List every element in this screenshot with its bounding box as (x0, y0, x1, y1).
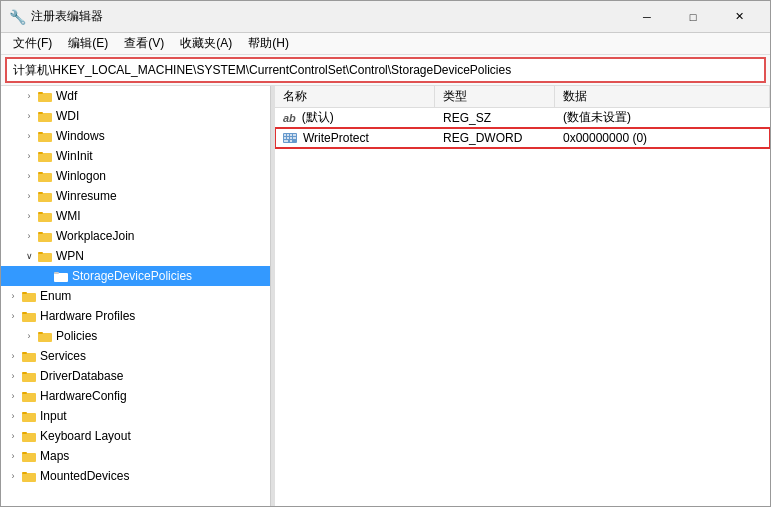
svg-rect-45 (293, 134, 296, 136)
expand-winlogon[interactable]: › (21, 168, 37, 184)
tree-item-winresume[interactable]: › Winresume (1, 186, 270, 206)
tree-label-wininit: WinInit (56, 149, 93, 163)
expand-driverdatabase[interactable]: › (5, 368, 21, 384)
reg-row-writeprotect[interactable]: WriteProtect REG_DWORD 0x00000000 (0) (275, 128, 770, 148)
right-panel: 名称 类型 数据 ab (默认) REG_SZ (数值未设置) (275, 86, 770, 506)
svg-rect-51 (290, 140, 292, 142)
expand-enum[interactable]: › (5, 288, 21, 304)
tree-label-wdi: WDI (56, 109, 79, 123)
tree-item-wmi[interactable]: › WMI (1, 206, 270, 226)
svg-rect-46 (284, 137, 286, 139)
svg-rect-38 (22, 452, 27, 454)
tree-item-wpn[interactable]: ∨ WPN (1, 246, 270, 266)
reg-name-label-default: (默认) (302, 109, 334, 126)
app-icon: 🔧 (9, 9, 25, 25)
tree-label-mounteddevices: MountedDevices (40, 469, 129, 483)
svg-rect-3 (38, 113, 52, 122)
svg-rect-27 (22, 353, 36, 362)
expand-windows[interactable]: › (21, 128, 37, 144)
svg-rect-40 (22, 472, 27, 474)
column-headers: 名称 类型 数据 (275, 86, 770, 108)
tree-label-keyboard-layout: Keyboard Layout (40, 429, 131, 443)
tree-item-hardware-profiles[interactable]: › Hardware Profiles (1, 306, 270, 326)
title-bar-left: 🔧 注册表编辑器 (9, 8, 103, 25)
menu-file[interactable]: 文件(F) (5, 33, 60, 54)
folder-icon (21, 389, 37, 403)
tree-label-storagedevicepolicies: StorageDevicePolicies (72, 269, 192, 283)
tree-item-maps[interactable]: › Maps (1, 446, 270, 466)
svg-rect-39 (22, 473, 36, 482)
tree-item-storagedevicepolicies[interactable]: StorageDevicePolicies (1, 266, 270, 286)
svg-rect-26 (38, 332, 43, 334)
expand-input[interactable]: › (5, 408, 21, 424)
menu-favorites[interactable]: 收藏夹(A) (172, 33, 240, 54)
tree-item-wdf[interactable]: › Wdf (1, 86, 270, 106)
address-path: 计算机\HKEY_LOCAL_MACHINE\SYSTEM\CurrentCon… (13, 62, 758, 79)
expand-winresume[interactable]: › (21, 188, 37, 204)
tree-item-mounteddevices[interactable]: › MountedDevices (1, 466, 270, 486)
tree-label-driverdatabase: DriverDatabase (40, 369, 123, 383)
tree-item-driverdatabase[interactable]: › DriverDatabase (1, 366, 270, 386)
tree-item-hardwareconfig[interactable]: › HardwareConfig (1, 386, 270, 406)
folder-icon (21, 469, 37, 483)
folder-icon (37, 89, 53, 103)
maximize-button[interactable]: □ (670, 1, 716, 33)
svg-rect-2 (38, 92, 43, 94)
tree-item-input[interactable]: › Input (1, 406, 270, 426)
svg-rect-8 (38, 152, 43, 154)
menu-edit[interactable]: 编辑(E) (60, 33, 116, 54)
folder-icon (37, 129, 53, 143)
expand-wininit[interactable]: › (21, 148, 37, 164)
tree-item-policies[interactable]: › Policies (1, 326, 270, 346)
tree-label-input: Input (40, 409, 67, 423)
registry-entries[interactable]: ab (默认) REG_SZ (数值未设置) (275, 108, 770, 506)
tree-panel[interactable]: › Wdf › WDI › Windows (1, 86, 271, 506)
folder-icon (37, 209, 53, 223)
col-header-data: 数据 (555, 86, 770, 107)
folder-icon (21, 369, 37, 383)
tree-item-workplacejoin[interactable]: › WorkplaceJoin (1, 226, 270, 246)
folder-icon (21, 289, 37, 303)
expand-services[interactable]: › (5, 348, 21, 364)
expand-sdp[interactable] (37, 268, 53, 284)
folder-icon (21, 349, 37, 363)
tree-item-winlogon[interactable]: › Winlogon (1, 166, 270, 186)
expand-mounteddevices[interactable]: › (5, 468, 21, 484)
svg-rect-48 (290, 137, 292, 139)
menu-help[interactable]: 帮助(H) (240, 33, 297, 54)
tree-item-windows[interactable]: › Windows (1, 126, 270, 146)
expand-wmi[interactable]: › (21, 208, 37, 224)
reg-type-writeprotect: REG_DWORD (435, 129, 555, 147)
address-bar[interactable]: 计算机\HKEY_LOCAL_MACHINE\SYSTEM\CurrentCon… (5, 57, 766, 83)
reg-row-default[interactable]: ab (默认) REG_SZ (数值未设置) (275, 108, 770, 128)
menu-view[interactable]: 查看(V) (116, 33, 172, 54)
tree-item-wininit[interactable]: › WinInit (1, 146, 270, 166)
svg-rect-29 (22, 373, 36, 382)
tree-item-enum[interactable]: › Enum (1, 286, 270, 306)
expand-maps[interactable]: › (5, 448, 21, 464)
expand-hardware-profiles[interactable]: › (5, 308, 21, 324)
expand-keyboard-layout[interactable]: › (5, 428, 21, 444)
expand-workplacejoin[interactable]: › (21, 228, 37, 244)
tree-label-windows: Windows (56, 129, 105, 143)
svg-rect-12 (38, 192, 43, 194)
svg-rect-11 (38, 193, 52, 202)
svg-rect-24 (22, 312, 27, 314)
expand-hardwareconfig[interactable]: › (5, 388, 21, 404)
close-button[interactable]: ✕ (716, 1, 762, 33)
expand-policies[interactable]: › (21, 328, 37, 344)
tree-label-maps: Maps (40, 449, 69, 463)
svg-rect-34 (22, 412, 27, 414)
expand-wdi[interactable]: › (21, 108, 37, 124)
expand-wpn[interactable]: ∨ (21, 248, 37, 264)
svg-rect-20 (54, 272, 59, 274)
expand-wdf[interactable]: › (21, 88, 37, 104)
minimize-button[interactable]: ─ (624, 1, 670, 33)
tree-item-wdi[interactable]: › WDI (1, 106, 270, 126)
svg-rect-28 (22, 352, 27, 354)
svg-rect-36 (22, 432, 27, 434)
tree-item-services[interactable]: › Services (1, 346, 270, 366)
svg-rect-30 (22, 372, 27, 374)
tree-item-keyboard-layout[interactable]: › Keyboard Layout (1, 426, 270, 446)
bin-icon (283, 132, 297, 144)
